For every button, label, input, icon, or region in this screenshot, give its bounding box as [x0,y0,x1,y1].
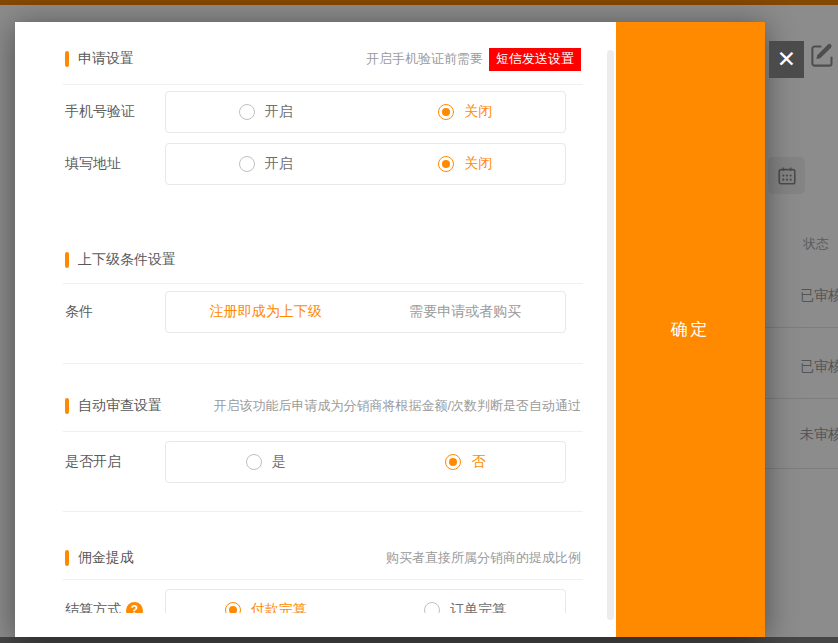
radio-label: 付款完算 [251,601,307,613]
settle-mode-options: 付款完算 订单完算 [165,589,566,613]
radio-icon[interactable] [239,104,255,120]
radio-icon[interactable] [445,454,461,470]
settings-modal: 申请设置 开启手机验证前需要 短信发送设置 手机号验证 开启 关闭 [15,22,765,637]
radio-option-on[interactable]: 开启 [166,155,366,173]
settings-modal-body: 申请设置 开启手机验证前需要 短信发送设置 手机号验证 开启 关闭 [15,22,616,637]
close-icon[interactable]: ✕ [769,41,804,78]
section-marker [65,550,69,566]
row-label-text: 结算方式 [65,601,121,613]
section-apply-settings: 申请设置 开启手机验证前需要 短信发送设置 [65,50,581,68]
condition-option-register[interactable]: 注册即成为上下级 [166,303,366,321]
condition-options: 注册即成为上下级 需要申请或者购买 [165,291,566,333]
row-auto-enable: 是否开启 是 否 [65,441,581,483]
row-label: 条件 [65,303,165,321]
hint-text: 开启手机验证前需要 [366,50,483,68]
row-label: 是否开启 [65,453,165,471]
section-marker [65,252,69,268]
divider [63,511,583,512]
section-title: 自动审查设置 [78,397,162,415]
section-commission: 佣金提成 购买者直接所属分销商的提成比例 [65,549,581,567]
radio-icon[interactable] [438,104,454,120]
radio-label: 是 [272,453,286,471]
divider [63,431,583,432]
divider [63,363,583,364]
divider [63,579,583,580]
radio-icon[interactable] [239,156,255,172]
radio-label: 关闭 [464,103,492,121]
confirm-button[interactable]: 确定 [671,318,711,341]
section-auto-review: 自动审查设置 开启该功能后申请成为分销商将根据金额/次数判断是否自动通过 [65,397,581,415]
row-fill-address: 填写地址 开启 关闭 [65,143,581,185]
radio-icon[interactable] [438,156,454,172]
radio-option-off[interactable]: 关闭 [366,155,566,173]
section-relation-settings: 上下级条件设置 [65,251,581,269]
row-label: 手机号验证 [65,103,165,121]
radio-option-pay-settle[interactable]: 付款完算 [166,601,366,613]
settings-scroll-content: 申请设置 开启手机验证前需要 短信发送设置 手机号验证 开启 关闭 [15,22,616,613]
fill-address-options: 开启 关闭 [165,143,566,185]
row-label: 结算方式 ? [65,601,165,613]
section-hint: 开启手机验证前需要 短信发送设置 [366,48,581,71]
section-title: 上下级条件设置 [78,251,176,269]
divider [63,84,583,85]
radio-icon[interactable] [225,602,241,613]
sms-settings-badge[interactable]: 短信发送设置 [489,48,581,71]
section-title: 佣金提成 [78,549,134,567]
radio-label: 开启 [265,103,293,121]
help-icon[interactable]: ? [126,602,143,614]
divider [63,283,583,284]
phone-verify-options: 开启 关闭 [165,91,566,133]
row-label: 填写地址 [65,155,165,173]
section-hint: 购买者直接所属分销商的提成比例 [386,549,581,567]
section-hint: 开启该功能后申请成为分销商将根据金额/次数判断是否自动通过 [213,397,581,415]
confirm-panel: 确定 [616,22,765,637]
radio-label: 关闭 [464,155,492,173]
radio-option-no[interactable]: 否 [366,453,566,471]
radio-option-off[interactable]: 关闭 [366,103,566,121]
auto-enable-options: 是 否 [165,441,566,483]
section-marker [65,398,69,414]
row-phone-verify: 手机号验证 开启 关闭 [65,91,581,133]
row-settle-mode: 结算方式 ? 付款完算 订单完算 [65,589,581,613]
radio-option-order-settle[interactable]: 订单完算 [366,601,566,613]
radio-icon[interactable] [424,602,440,613]
radio-label: 开启 [265,155,293,173]
modal-scrollbar[interactable] [607,50,614,620]
radio-icon[interactable] [246,454,262,470]
radio-label: 订单完算 [450,601,506,613]
section-title: 申请设置 [78,50,134,68]
row-condition: 条件 注册即成为上下级 需要申请或者购买 [65,291,581,333]
radio-label: 否 [471,453,485,471]
section-marker [65,51,69,67]
condition-option-apply[interactable]: 需要申请或者购买 [366,303,566,321]
radio-option-on[interactable]: 开启 [166,103,366,121]
radio-option-yes[interactable]: 是 [166,453,366,471]
